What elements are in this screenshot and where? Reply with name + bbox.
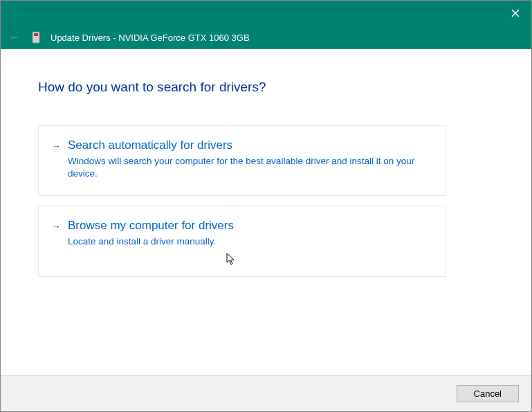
option-title: Search automatically for drivers [68,138,429,152]
option-search-automatically[interactable]: → Search automatically for drivers Windo… [38,125,446,196]
titlebar-sub: ← Update Drivers - NVIDIA GeForce GTX 10… [1,26,531,49]
back-arrow-icon: ← [8,31,21,44]
titlebar-top [1,1,531,26]
titlebar-text: Update Drivers - NVIDIA GeForce GTX 1060… [51,33,250,43]
arrow-right-icon: → [51,221,61,232]
svg-rect-3 [34,33,38,36]
device-icon [31,31,41,44]
option-browse-computer[interactable]: → Browse my computer for drivers Locate … [38,206,446,276]
option-description: Locate and install a driver manually. [68,235,429,248]
footer: Cancel [1,375,531,411]
option-title: Browse my computer for drivers [68,219,429,233]
close-button[interactable] [499,1,531,26]
arrow-right-icon: → [51,141,61,152]
content-area: How do you want to search for drivers? →… [1,49,531,375]
page-heading: How do you want to search for drivers? [38,80,494,95]
update-drivers-dialog: ← Update Drivers - NVIDIA GeForce GTX 10… [0,0,532,412]
close-icon [511,9,520,17]
option-description: Windows will search your computer for th… [68,155,429,180]
cancel-button[interactable]: Cancel [457,385,519,402]
